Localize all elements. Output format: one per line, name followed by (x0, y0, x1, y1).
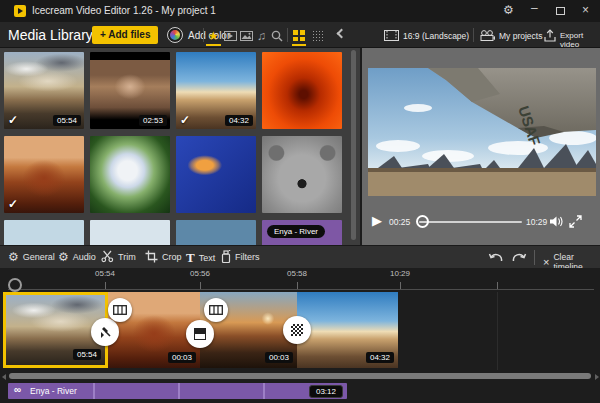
maximize-button[interactable] (556, 7, 565, 15)
loop-divider (93, 383, 95, 399)
loop-icon: ∞ (14, 384, 21, 395)
crop-button[interactable]: Crop (145, 250, 182, 263)
edit-toolbar: ⚙ General ⚙ Audio Trim Crop T Text Filte… (0, 245, 600, 268)
minimize-button[interactable]: – (531, 1, 538, 15)
transition-pin-icon (99, 326, 112, 339)
tab-images[interactable] (240, 31, 253, 41)
tab-music[interactable]: ♫ (257, 29, 266, 43)
export-video-button[interactable]: Export video (560, 31, 600, 49)
filter-bottle-icon (221, 250, 231, 263)
playhead-handle[interactable] (8, 278, 22, 292)
ruler-label: 05:58 (287, 269, 307, 278)
aspect-ratio-button[interactable]: 16:9 (Landscape) (403, 31, 469, 41)
transition-button-1[interactable] (91, 318, 119, 346)
app-window: Icecream Video Editor 1.26 - My project … (0, 0, 600, 403)
clear-x-icon: × (543, 256, 549, 268)
filters-button[interactable]: Filters (221, 250, 260, 263)
ruler-tick (400, 282, 401, 289)
media-item-tulips[interactable] (176, 220, 256, 245)
window-title: Icecream Video Editor 1.26 - My project … (32, 5, 216, 16)
grid-active-underline (292, 44, 306, 46)
volume-icon[interactable] (549, 215, 563, 228)
grid-view-large-icon[interactable] (293, 30, 305, 41)
loop-divider (178, 383, 180, 399)
trim-button[interactable]: Trim (101, 250, 136, 263)
collapse-panel-icon[interactable] (337, 29, 347, 39)
media-item-red-flower[interactable] (262, 52, 342, 129)
tab-videos[interactable] (224, 31, 237, 41)
audio-track-enya-river[interactable]: ∞ Enya - River 03:12 (8, 383, 347, 399)
scroll-right-arrow[interactable] (595, 374, 599, 380)
redo-icon[interactable] (512, 252, 527, 264)
color-wheel-icon[interactable] (168, 28, 182, 42)
media-item-mountain-sunset[interactable]: ✓ 05:54 (4, 52, 84, 129)
aspect-ratio-icon[interactable] (384, 30, 399, 41)
check-icon: ✓ (8, 197, 18, 211)
undo-icon[interactable] (488, 252, 503, 264)
text-button[interactable]: T Text (186, 250, 215, 266)
tab-favorites[interactable]: ★ (208, 29, 219, 43)
dither-transition-icon (291, 324, 303, 336)
media-item-hydrangea[interactable] (90, 136, 170, 213)
divider (203, 28, 204, 42)
my-projects-button[interactable]: My projects (499, 31, 542, 41)
audio-track-label: Enya - River (30, 386, 77, 396)
media-item-beach[interactable] (4, 220, 84, 245)
film-frame-icon (113, 305, 127, 315)
seek-handle[interactable] (416, 215, 429, 228)
film-frame-icon (209, 305, 223, 315)
media-item-ocean-sunset[interactable]: ✓ 04:32 (176, 52, 256, 129)
scroll-left-arrow[interactable] (2, 374, 6, 380)
clip-duration: 00:03 (168, 352, 196, 363)
media-item-girl-winter[interactable]: 02:53 (90, 52, 170, 129)
ruler-baseline (8, 289, 594, 290)
transition-button-2[interactable] (186, 320, 214, 348)
title-bar: Icecream Video Editor 1.26 - My project … (0, 0, 600, 22)
fade-transition-icon (194, 328, 206, 340)
settings-gear-icon[interactable]: ⚙ (503, 3, 514, 17)
media-item-penguins[interactable] (90, 220, 170, 245)
duration-badge: 05:54 (53, 115, 81, 126)
ruler-tick (497, 282, 498, 289)
timeline-scrollbar[interactable] (9, 373, 591, 379)
clip-duration: 00:03 (265, 352, 293, 363)
ruler-label: 10:29 (390, 269, 410, 278)
grid-view-small-icon[interactable] (312, 30, 324, 41)
timeline-panel: 05:54 05:56 05:58 10:29 05:54 00:03 00:0… (0, 268, 600, 403)
seek-track[interactable] (419, 221, 522, 223)
close-button[interactable]: × (582, 3, 589, 17)
video-preview[interactable]: USAF (368, 68, 596, 196)
header-toolbar: Media Library + Add files Add color ★ ♫ … (0, 22, 600, 48)
duration-badge: 02:53 (139, 115, 167, 126)
media-item-jellyfish[interactable] (176, 136, 256, 213)
projects-camera-icon[interactable] (480, 30, 495, 41)
general-button[interactable]: ⚙ General (8, 250, 55, 264)
media-item-koala[interactable] (262, 136, 342, 213)
divider (473, 28, 474, 42)
play-button[interactable]: ▶ (372, 213, 382, 228)
ruler-label: 05:56 (190, 269, 210, 278)
clip-frame-button-1[interactable] (108, 298, 132, 322)
app-logo-icon (14, 5, 26, 17)
clip-frame-button-2[interactable] (204, 298, 228, 322)
audio-duration-badge: 03:12 (309, 385, 343, 398)
ruler-tick (105, 282, 106, 289)
transition-button-3[interactable] (283, 316, 311, 344)
ruler-label: 05:54 (95, 269, 115, 278)
check-icon: ✓ (8, 113, 18, 127)
media-item-desert-monument[interactable]: ✓ (4, 136, 84, 213)
add-files-button[interactable]: + Add files (92, 26, 158, 44)
ruler-tick (200, 282, 201, 289)
media-item-audio-enya-river[interactable]: Enya - River (262, 220, 342, 245)
active-tab-underline (206, 44, 221, 46)
media-scrollbar[interactable] (351, 50, 356, 240)
audio-button[interactable]: ⚙ Audio (58, 250, 96, 264)
loop-divider (263, 383, 265, 399)
audio-title-badge: Enya - River (267, 225, 325, 238)
fullscreen-icon[interactable] (569, 215, 582, 228)
total-time: 10:29 (526, 217, 547, 227)
timeline-clip-4[interactable]: 04:32 (297, 292, 398, 368)
export-icon[interactable] (544, 29, 556, 42)
gear-icon: ⚙ (8, 250, 19, 264)
search-icon[interactable] (271, 30, 283, 42)
